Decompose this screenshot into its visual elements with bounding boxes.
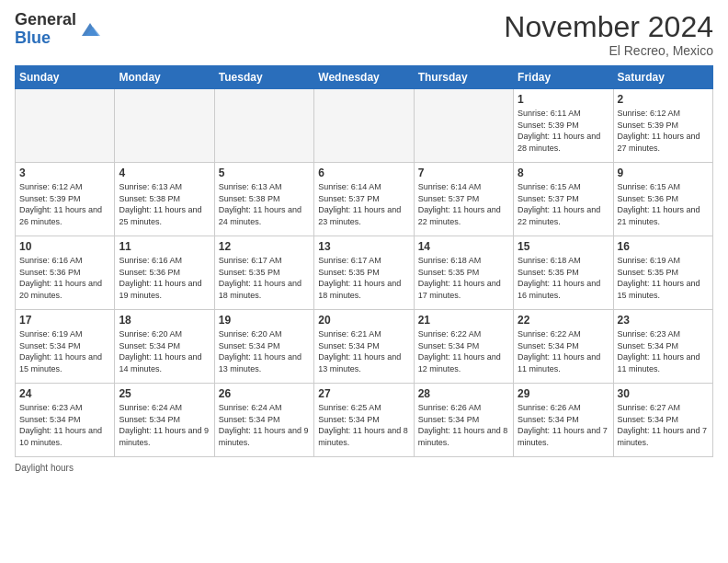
logo-text: General Blue bbox=[15, 11, 76, 48]
day-info: Sunrise: 6:18 AM Sunset: 5:35 PM Dayligh… bbox=[518, 255, 609, 301]
day-info: Sunrise: 6:16 AM Sunset: 5:36 PM Dayligh… bbox=[19, 255, 110, 301]
day-info: Sunrise: 6:25 AM Sunset: 5:34 PM Dayligh… bbox=[318, 402, 409, 448]
table-row: 24Sunrise: 6:23 AM Sunset: 5:34 PM Dayli… bbox=[16, 384, 115, 457]
col-thursday: Thursday bbox=[414, 66, 513, 89]
table-row: 5Sunrise: 6:13 AM Sunset: 5:38 PM Daylig… bbox=[214, 163, 313, 236]
table-row: 20Sunrise: 6:21 AM Sunset: 5:34 PM Dayli… bbox=[314, 310, 414, 384]
table-row: 2Sunrise: 6:12 AM Sunset: 5:39 PM Daylig… bbox=[613, 89, 712, 163]
table-row: 11Sunrise: 6:16 AM Sunset: 5:36 PM Dayli… bbox=[115, 236, 214, 310]
table-row: 3Sunrise: 6:12 AM Sunset: 5:39 PM Daylig… bbox=[16, 163, 115, 236]
calendar-table: Sunday Monday Tuesday Wednesday Thursday… bbox=[15, 65, 713, 457]
table-row: 22Sunrise: 6:22 AM Sunset: 5:34 PM Dayli… bbox=[514, 310, 613, 384]
day-number: 7 bbox=[418, 167, 509, 179]
day-info: Sunrise: 6:13 AM Sunset: 5:38 PM Dayligh… bbox=[219, 181, 310, 227]
day-info: Sunrise: 6:19 AM Sunset: 5:34 PM Dayligh… bbox=[19, 328, 110, 374]
col-sunday: Sunday bbox=[16, 66, 115, 89]
calendar-week-row: 3Sunrise: 6:12 AM Sunset: 5:39 PM Daylig… bbox=[16, 163, 713, 236]
day-number: 5 bbox=[219, 167, 310, 179]
day-info: Sunrise: 6:14 AM Sunset: 5:37 PM Dayligh… bbox=[318, 181, 409, 227]
col-saturday: Saturday bbox=[613, 66, 712, 89]
col-monday: Monday bbox=[115, 66, 214, 89]
day-number: 19 bbox=[219, 314, 310, 327]
day-number: 1 bbox=[518, 93, 609, 106]
col-wednesday: Wednesday bbox=[314, 66, 414, 89]
table-row: 26Sunrise: 6:24 AM Sunset: 5:34 PM Dayli… bbox=[214, 384, 313, 457]
table-row: 29Sunrise: 6:26 AM Sunset: 5:34 PM Dayli… bbox=[514, 384, 613, 457]
day-number: 4 bbox=[119, 167, 210, 179]
day-number: 3 bbox=[19, 167, 110, 179]
table-row: 10Sunrise: 6:16 AM Sunset: 5:36 PM Dayli… bbox=[16, 236, 115, 310]
table-row: 1Sunrise: 6:11 AM Sunset: 5:39 PM Daylig… bbox=[514, 89, 613, 163]
day-number: 22 bbox=[518, 314, 609, 327]
table-row: 6Sunrise: 6:14 AM Sunset: 5:37 PM Daylig… bbox=[314, 163, 414, 236]
day-number: 24 bbox=[19, 387, 110, 400]
day-info: Sunrise: 6:27 AM Sunset: 5:34 PM Dayligh… bbox=[618, 402, 709, 448]
footer: Daylight hours bbox=[15, 463, 713, 473]
calendar-header-row: Sunday Monday Tuesday Wednesday Thursday… bbox=[16, 66, 713, 89]
calendar-week-row: 17Sunrise: 6:19 AM Sunset: 5:34 PM Dayli… bbox=[16, 310, 713, 384]
table-row: 21Sunrise: 6:22 AM Sunset: 5:34 PM Dayli… bbox=[414, 310, 513, 384]
calendar-week-row: 1Sunrise: 6:11 AM Sunset: 5:39 PM Daylig… bbox=[16, 89, 713, 163]
logo: General Blue bbox=[15, 11, 100, 48]
logo-general: General bbox=[15, 11, 76, 29]
day-info: Sunrise: 6:19 AM Sunset: 5:35 PM Dayligh… bbox=[618, 255, 709, 301]
logo-icon bbox=[80, 19, 100, 40]
table-row: 27Sunrise: 6:25 AM Sunset: 5:34 PM Dayli… bbox=[314, 384, 414, 457]
day-info: Sunrise: 6:14 AM Sunset: 5:37 PM Dayligh… bbox=[418, 181, 509, 227]
day-number: 29 bbox=[518, 387, 609, 400]
table-row bbox=[16, 89, 115, 163]
day-info: Sunrise: 6:18 AM Sunset: 5:35 PM Dayligh… bbox=[418, 255, 509, 301]
day-info: Sunrise: 6:22 AM Sunset: 5:34 PM Dayligh… bbox=[518, 328, 609, 374]
day-info: Sunrise: 6:13 AM Sunset: 5:38 PM Dayligh… bbox=[119, 181, 210, 227]
month-title: November 2024 bbox=[504, 11, 713, 43]
day-number: 9 bbox=[618, 167, 709, 179]
table-row: 25Sunrise: 6:24 AM Sunset: 5:34 PM Dayli… bbox=[115, 384, 214, 457]
day-info: Sunrise: 6:20 AM Sunset: 5:34 PM Dayligh… bbox=[119, 328, 210, 374]
table-row: 7Sunrise: 6:14 AM Sunset: 5:37 PM Daylig… bbox=[414, 163, 513, 236]
table-row: 14Sunrise: 6:18 AM Sunset: 5:35 PM Dayli… bbox=[414, 236, 513, 310]
daylight-hours-label: Daylight hours bbox=[15, 463, 74, 473]
day-number: 10 bbox=[19, 240, 110, 253]
table-row: 23Sunrise: 6:23 AM Sunset: 5:34 PM Dayli… bbox=[613, 310, 712, 384]
day-info: Sunrise: 6:26 AM Sunset: 5:34 PM Dayligh… bbox=[518, 402, 609, 448]
col-friday: Friday bbox=[514, 66, 613, 89]
day-number: 13 bbox=[318, 240, 409, 253]
table-row: 18Sunrise: 6:20 AM Sunset: 5:34 PM Dayli… bbox=[115, 310, 214, 384]
day-number: 17 bbox=[19, 314, 110, 327]
table-row: 30Sunrise: 6:27 AM Sunset: 5:34 PM Dayli… bbox=[613, 384, 712, 457]
calendar-week-row: 24Sunrise: 6:23 AM Sunset: 5:34 PM Dayli… bbox=[16, 384, 713, 457]
day-info: Sunrise: 6:12 AM Sunset: 5:39 PM Dayligh… bbox=[19, 181, 110, 227]
location: El Recreo, Mexico bbox=[504, 43, 713, 58]
day-number: 27 bbox=[318, 387, 409, 400]
day-number: 8 bbox=[518, 167, 609, 179]
table-row: 19Sunrise: 6:20 AM Sunset: 5:34 PM Dayli… bbox=[214, 310, 313, 384]
table-row: 9Sunrise: 6:15 AM Sunset: 5:36 PM Daylig… bbox=[613, 163, 712, 236]
table-row: 13Sunrise: 6:17 AM Sunset: 5:35 PM Dayli… bbox=[314, 236, 414, 310]
page-container: General Blue November 2024 El Recreo, Me… bbox=[0, 0, 728, 480]
day-info: Sunrise: 6:20 AM Sunset: 5:34 PM Dayligh… bbox=[219, 328, 310, 374]
table-row: 17Sunrise: 6:19 AM Sunset: 5:34 PM Dayli… bbox=[16, 310, 115, 384]
day-number: 25 bbox=[119, 387, 210, 400]
table-row: 15Sunrise: 6:18 AM Sunset: 5:35 PM Dayli… bbox=[514, 236, 613, 310]
day-number: 18 bbox=[119, 314, 210, 327]
day-info: Sunrise: 6:24 AM Sunset: 5:34 PM Dayligh… bbox=[219, 402, 310, 448]
day-number: 16 bbox=[618, 240, 709, 253]
day-number: 14 bbox=[418, 240, 509, 253]
day-number: 20 bbox=[318, 314, 409, 327]
day-number: 2 bbox=[618, 93, 709, 106]
table-row bbox=[314, 89, 414, 163]
day-number: 30 bbox=[618, 387, 709, 400]
day-info: Sunrise: 6:16 AM Sunset: 5:36 PM Dayligh… bbox=[119, 255, 210, 301]
table-row bbox=[414, 89, 513, 163]
day-info: Sunrise: 6:11 AM Sunset: 5:39 PM Dayligh… bbox=[518, 108, 609, 154]
day-info: Sunrise: 6:24 AM Sunset: 5:34 PM Dayligh… bbox=[119, 402, 210, 448]
day-info: Sunrise: 6:17 AM Sunset: 5:35 PM Dayligh… bbox=[318, 255, 409, 301]
day-number: 11 bbox=[119, 240, 210, 253]
header: General Blue November 2024 El Recreo, Me… bbox=[15, 11, 713, 58]
day-info: Sunrise: 6:15 AM Sunset: 5:36 PM Dayligh… bbox=[618, 181, 709, 227]
day-info: Sunrise: 6:26 AM Sunset: 5:34 PM Dayligh… bbox=[418, 402, 509, 448]
day-number: 12 bbox=[219, 240, 310, 253]
day-info: Sunrise: 6:23 AM Sunset: 5:34 PM Dayligh… bbox=[19, 402, 110, 448]
day-number: 26 bbox=[219, 387, 310, 400]
day-info: Sunrise: 6:22 AM Sunset: 5:34 PM Dayligh… bbox=[418, 328, 509, 374]
